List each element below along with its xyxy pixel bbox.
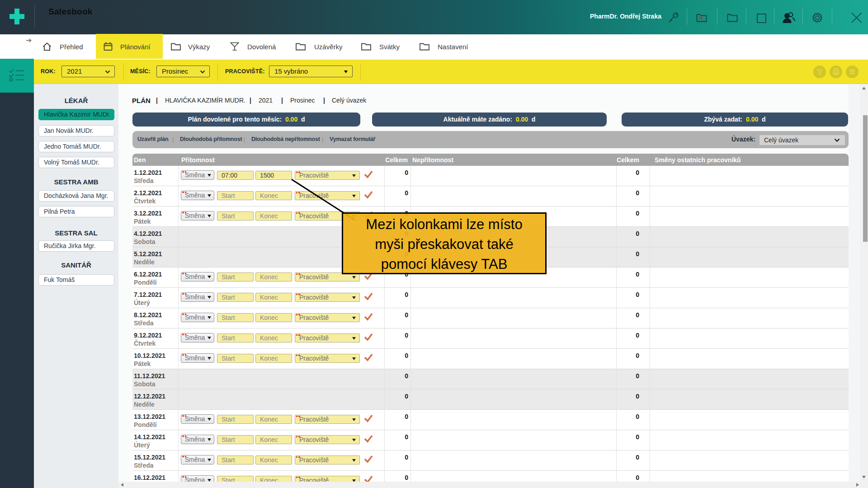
svg-text:N: N: [699, 16, 703, 21]
